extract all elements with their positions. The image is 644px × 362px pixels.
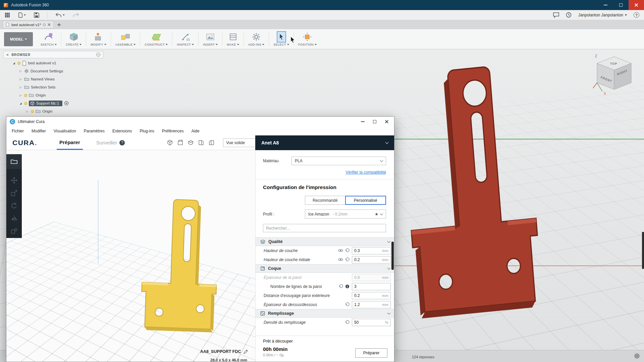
compatibility-link[interactable]: Vérifier la compatibilité: [256, 170, 386, 175]
expand-arrow-icon[interactable]: ▷: [19, 70, 22, 73]
material-dropdown[interactable]: PLA: [291, 157, 386, 165]
timeline-settings-gear-icon[interactable]: [634, 353, 640, 359]
app-grid-icon[interactable]: [5, 12, 10, 18]
machine-selector[interactable]: Anet A8: [255, 135, 394, 150]
cura-close-button[interactable]: [381, 117, 393, 127]
job-status-clock-icon[interactable]: [566, 12, 572, 18]
per-model-settings-icon[interactable]: [11, 228, 17, 235]
screen-edge-scrollbar[interactable]: [642, 232, 644, 269]
save-icon[interactable]: [34, 12, 39, 18]
link-icon[interactable]: [338, 258, 343, 261]
view-top-icon[interactable]: [188, 140, 194, 145]
collapse-circle-icon[interactable]: [96, 53, 100, 57]
prepare-slice-button[interactable]: Préparer: [355, 348, 387, 358]
menu-preferences[interactable]: Préférences: [162, 129, 184, 133]
visibility-bulb-icon[interactable]: [31, 110, 34, 113]
menu-fichier[interactable]: Fichier: [12, 129, 24, 133]
ribbon-group-construct[interactable]: CONSTRUCT: [140, 29, 172, 49]
ground-target-icon[interactable]: [64, 101, 69, 106]
visibility-bulb-icon[interactable]: [24, 102, 27, 105]
expand-arrow-icon[interactable]: ◢: [19, 102, 22, 105]
category-shell[interactable]: Coque: [256, 264, 394, 273]
cura-titlebar[interactable]: C Ultimaker Cura: [6, 117, 394, 127]
menu-parametres[interactable]: Paramètres: [84, 129, 105, 133]
close-button[interactable]: [629, 0, 644, 10]
revert-icon[interactable]: [339, 284, 343, 289]
file-menu-icon[interactable]: [18, 12, 26, 18]
ribbon-group-create[interactable]: CREATE: [61, 29, 86, 49]
undo-icon[interactable]: [56, 13, 65, 17]
settings-scrollbar[interactable]: [391, 242, 394, 270]
rename-pencil-icon[interactable]: [244, 350, 248, 354]
fusion-3d-model[interactable]: [404, 63, 538, 324]
redo-icon[interactable]: [73, 13, 79, 17]
tree-item-origin-child[interactable]: ▷ Origin: [3, 107, 103, 115]
scale-tool-icon[interactable]: [11, 190, 17, 196]
cura-3d-model[interactable]: [140, 196, 220, 337]
comments-icon[interactable]: [553, 12, 559, 18]
star-icon[interactable]: ★: [375, 212, 378, 217]
expand-arrow-icon[interactable]: ▷: [19, 78, 22, 81]
mirror-tool-icon[interactable]: [11, 215, 17, 222]
category-quality[interactable]: Qualité: [256, 237, 394, 246]
expand-arrow-icon[interactable]: ▷: [19, 94, 22, 97]
visibility-bulb-icon[interactable]: [24, 94, 27, 97]
ribbon-group-insert[interactable]: INSERT: [199, 29, 222, 49]
menu-extensions[interactable]: Extensions: [112, 129, 132, 133]
browser-panel-header[interactable]: « BROWSER: [3, 51, 103, 58]
profile-dropdown[interactable]: Ice Amazon - 0.2mm ★: [305, 209, 386, 219]
close-tab-icon[interactable]: [48, 23, 51, 26]
expand-arrow-icon[interactable]: ▷: [19, 86, 22, 89]
ribbon-group-assemble[interactable]: ASSEMBLE: [111, 29, 140, 49]
collapse-icon[interactable]: «: [6, 52, 9, 57]
tab-monitor[interactable]: Surveiller ?: [94, 135, 128, 150]
select-tool-highlight[interactable]: [277, 32, 285, 42]
tree-item-named-views[interactable]: ▷ Named Views: [3, 75, 103, 83]
ribbon-group-position[interactable]: POSITION: [294, 29, 321, 49]
tree-item-support-fdc[interactable]: ◢ Support fdc:1: [3, 99, 103, 107]
category-infill[interactable]: Remplissage: [256, 309, 394, 318]
menu-plugins[interactable]: Plug-ins: [140, 129, 154, 133]
info-icon[interactable]: [345, 284, 350, 289]
tab-prepare[interactable]: Préparer: [57, 135, 83, 150]
view-right-icon[interactable]: [209, 140, 214, 145]
tree-item-selection-sets[interactable]: ▷ Selection Sets: [3, 83, 103, 91]
menu-aide[interactable]: Aide: [192, 129, 200, 133]
cura-minimize-button[interactable]: [357, 117, 369, 127]
settings-search-input[interactable]: [263, 224, 386, 232]
link-icon[interactable]: [338, 249, 343, 252]
view-left-icon[interactable]: [198, 140, 204, 145]
revert-icon[interactable]: [345, 248, 350, 253]
revert-icon[interactable]: [345, 302, 350, 307]
rotate-tool-icon[interactable]: [11, 202, 17, 209]
tree-item-root[interactable]: ◢ bed autolevel v1: [3, 59, 103, 67]
expand-arrow-icon[interactable]: ▷: [25, 110, 29, 113]
expand-arrow-icon[interactable]: ◢: [12, 62, 16, 65]
ribbon-group-modify[interactable]: MODIFY: [86, 29, 110, 49]
revert-icon[interactable]: [345, 257, 350, 262]
menu-visualisation[interactable]: Visualisation: [54, 129, 76, 133]
selected-tree-item[interactable]: Support fdc:1: [29, 101, 62, 106]
recommended-button[interactable]: Recommandé: [305, 196, 345, 205]
wall-line-count-input[interactable]: [352, 283, 390, 290]
revert-icon[interactable]: [345, 320, 350, 324]
ribbon-group-inspect[interactable]: INSPECT: [172, 29, 198, 49]
new-tab-button[interactable]: [57, 23, 61, 27]
menu-modifier[interactable]: Modifier: [32, 129, 46, 133]
ribbon-group-make[interactable]: MAKE: [222, 29, 243, 49]
user-account-menu[interactable]: Janpolanton Janpolanton: [578, 13, 627, 17]
open-file-button[interactable]: [6, 154, 22, 169]
view-3d-icon[interactable]: [167, 140, 173, 145]
ribbon-group-select[interactable]: SELECT: [269, 29, 293, 49]
workspace-selector[interactable]: MODEL: [4, 32, 33, 46]
move-tool-icon[interactable]: [11, 177, 17, 184]
ribbon-group-sketch[interactable]: SKETCH: [36, 29, 61, 49]
tree-item-document-settings[interactable]: ▷ Document Settings: [3, 67, 103, 75]
view-front-icon[interactable]: [177, 140, 183, 145]
cura-maximize-button[interactable]: [369, 117, 381, 127]
tree-item-origin[interactable]: ▷ Origin: [3, 91, 103, 99]
visibility-bulb-icon[interactable]: [17, 62, 20, 65]
maximize-button[interactable]: [613, 0, 629, 10]
view-cube[interactable]: Z TOP FRONT RIGHT X: [592, 52, 636, 97]
document-tab[interactable]: bed autolevel v1*: [3, 21, 54, 28]
